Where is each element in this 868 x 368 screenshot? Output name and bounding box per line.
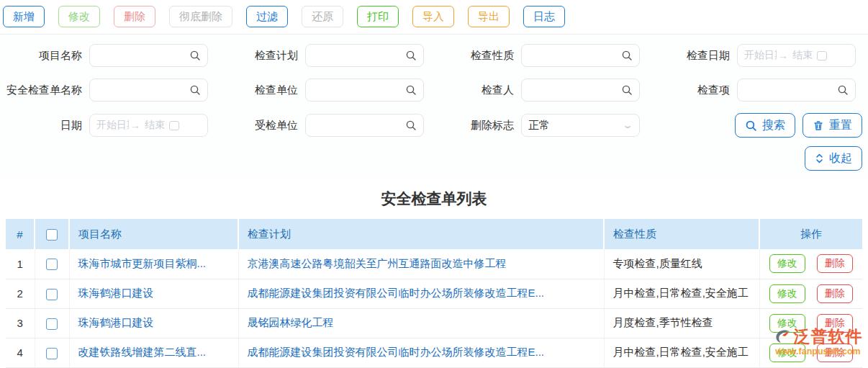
nature-cell: 专项检查,质量红线 <box>604 249 759 279</box>
reset-button[interactable]: 重置 <box>803 113 862 138</box>
project-name-input[interactable] <box>89 44 208 67</box>
row-delete-button[interactable]: 删除 <box>817 314 853 333</box>
filter-field-inspection-nature: 检查性质 <box>433 44 649 67</box>
inspection-table: # 项目名称 检查计划 检查性质 操作 1 珠海市城市更新项目紫桐... 京港澳… <box>6 219 862 368</box>
delete-flag-label: 删除标志 <box>433 119 521 133</box>
plan-link[interactable]: 晟铭园林绿化工程 <box>248 316 334 328</box>
restore-button[interactable]: 还原 <box>302 6 343 27</box>
row-checkbox[interactable] <box>46 348 58 359</box>
sheet-name-label: 安全检查单名称 <box>1 84 89 97</box>
up-down-arrows-icon <box>815 153 824 164</box>
inspection-unit-label: 检查单位 <box>217 84 305 97</box>
search-icon <box>745 120 757 132</box>
ops-cell: 修改 删除 <box>759 308 862 338</box>
date-end-placeholder: 结束日期 <box>792 49 814 62</box>
date-range-input[interactable]: 开始日期 → 结束日期 <box>89 114 208 137</box>
collapse-row: 收起 <box>649 146 865 171</box>
nature-column-header: 检查性质 <box>604 219 759 249</box>
search-icon <box>189 50 201 61</box>
search-icon <box>405 50 417 61</box>
table-row: 4 改建铁路线增建第二线直... 成都能源建设集团投资有限公司临时办公场所装修改… <box>6 338 862 367</box>
inspection-nature-input[interactable] <box>521 44 640 67</box>
filter-field-inspection-unit: 检查单位 <box>217 78 433 102</box>
plan-link[interactable]: 成都能源建设集团投资有限公司临时办公场所装修改造工程E... <box>248 346 545 358</box>
inspection-plan-input[interactable] <box>305 44 424 67</box>
collapse-button[interactable]: 收起 <box>805 146 862 171</box>
calendar-icon <box>169 121 179 130</box>
arrow-right-icon: → <box>130 120 140 131</box>
search-icon <box>621 50 633 61</box>
inspected-unit-label: 受检单位 <box>217 119 305 133</box>
table-row: 3 珠海鹤港口建设 晟铭园林绿化工程 月度检查,季节性检查 修改 删除 <box>6 308 862 338</box>
search-icon <box>405 84 417 96</box>
row-checkbox[interactable] <box>46 318 58 330</box>
row-edit-button[interactable]: 修改 <box>769 344 805 362</box>
row-edit-button[interactable]: 修改 <box>769 314 805 333</box>
project-link[interactable]: 珠海鹤港口建设 <box>78 316 154 328</box>
plan-link[interactable]: 京港澳高速公路粤境韶关至广州互通路面改造中修工程 <box>248 257 507 269</box>
filter-field-inspection-date: 检查日期 开始日期 → 结束日期 <box>649 44 865 67</box>
date-end-placeholder: 结束日期 <box>145 119 166 132</box>
ops-cell: 修改 删除 <box>759 338 862 367</box>
date-start-placeholder: 开始日期 <box>744 49 777 62</box>
filter-field-inspection-plan: 检查计划 <box>217 44 433 67</box>
row-delete-button[interactable]: 删除 <box>817 284 853 303</box>
plan-column-header: 检查计划 <box>238 219 604 249</box>
filter-button[interactable]: 过滤 <box>246 6 288 27</box>
table-row: 2 珠海鹤港口建设 成都能源建设集团投资有限公司临时办公场所装修改造工程E...… <box>6 279 862 308</box>
row-checkbox[interactable] <box>46 259 58 270</box>
filter-field-project-name: 项目名称 <box>1 44 217 67</box>
delete-button[interactable]: 删除 <box>114 6 155 27</box>
row-index: 2 <box>6 279 35 308</box>
inspection-item-input[interactable] <box>737 78 856 102</box>
filter-field-delete-flag: 删除标志 正常 ⌄ <box>433 113 649 138</box>
table-header-row: # 项目名称 检查计划 检查性质 操作 <box>6 219 862 249</box>
filter-field-inspected-unit: 受检单位 <box>217 113 433 138</box>
index-column-header: # <box>6 219 35 249</box>
inspection-nature-label: 检查性质 <box>433 49 521 63</box>
ops-cell: 修改 删除 <box>759 279 862 308</box>
log-button[interactable]: 日志 <box>523 6 565 27</box>
toolbar: 新增 修改 删除 彻底删除 过滤 还原 打印 导入 导出 日志 <box>0 0 868 35</box>
trash-icon <box>813 120 824 132</box>
search-button[interactable]: 搜索 <box>735 113 795 138</box>
add-button[interactable]: 新增 <box>3 6 45 27</box>
nature-cell: 月中检查,日常检查,安全施工 <box>604 338 759 367</box>
row-index: 1 <box>6 249 35 279</box>
row-index: 3 <box>6 308 35 338</box>
row-edit-button[interactable]: 修改 <box>769 284 805 303</box>
inspector-input[interactable] <box>521 78 640 102</box>
inspected-unit-input[interactable] <box>305 114 424 137</box>
page-title: 安全检查单列表 <box>0 189 868 209</box>
print-button[interactable]: 打印 <box>357 6 399 27</box>
select-all-header <box>35 219 69 249</box>
modify-button[interactable]: 修改 <box>58 6 100 27</box>
row-edit-button[interactable]: 修改 <box>769 254 805 273</box>
plan-link[interactable]: 成都能源建设集团投资有限公司临时办公场所装修改造工程E... <box>248 287 545 299</box>
select-all-checkbox[interactable] <box>46 229 58 241</box>
filter-actions: 搜索 重置 <box>649 113 865 138</box>
nature-cell: 月度检查,季节性检查 <box>604 308 759 338</box>
sheet-name-input[interactable] <box>89 78 208 102</box>
filter-field-date: 日期 开始日期 → 结束日期 <box>1 113 217 138</box>
ops-cell: 修改 删除 <box>759 249 862 279</box>
date-label: 日期 <box>1 119 89 133</box>
inspection-unit-input[interactable] <box>305 78 424 102</box>
row-delete-button[interactable]: 删除 <box>817 254 853 273</box>
search-icon <box>405 120 417 131</box>
project-link[interactable]: 改建铁路线增建第二线直... <box>78 346 207 358</box>
nature-cell: 月中检查,日常检查,安全施工 <box>604 279 759 308</box>
project-link[interactable]: 珠海鹤港口建设 <box>78 287 154 299</box>
search-icon <box>189 84 201 96</box>
export-button[interactable]: 导出 <box>468 6 510 27</box>
delete-flag-select[interactable]: 正常 ⌄ <box>521 114 640 137</box>
purge-button[interactable]: 彻底删除 <box>169 6 232 27</box>
import-button[interactable]: 导入 <box>412 6 454 27</box>
inspection-date-range-input[interactable]: 开始日期 → 结束日期 <box>737 44 856 67</box>
project-link[interactable]: 珠海市城市更新项目紫桐... <box>78 257 207 269</box>
row-delete-button[interactable]: 删除 <box>817 344 853 362</box>
project-name-label: 项目名称 <box>1 49 89 63</box>
filter-field-sheet-name: 安全检查单名称 <box>1 78 217 102</box>
inspection-table-wrap: # 项目名称 检查计划 检查性质 操作 1 珠海市城市更新项目紫桐... 京港澳… <box>6 219 862 368</box>
row-checkbox[interactable] <box>46 289 58 300</box>
